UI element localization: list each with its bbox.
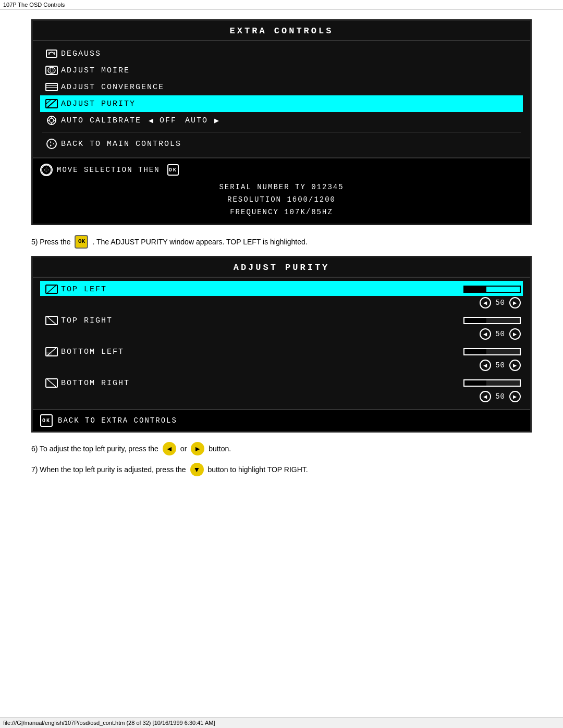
instruction-5: 5) Press the OK . The ADJUST PURITY wind… (31, 235, 532, 249)
arrow-right-btn[interactable]: ▶ (214, 116, 220, 126)
extra-controls-panel: EXTRA CONTROLS DEGAUSS (31, 19, 532, 225)
top-right-right-arrow[interactable]: ▶ (509, 328, 521, 340)
nav-icon (40, 164, 53, 176)
top-right-label: TOP RIGHT (61, 316, 459, 325)
bottom-left-icon (42, 346, 61, 357)
adjust-convergence-label: ADJUST CONVERGENCE (61, 83, 521, 92)
page-title: 107P The OSD Controls (3, 2, 65, 8)
top-right-bar-fill (464, 318, 486, 323)
purity-body: TOP LEFT ◀ 50 ▶ (33, 278, 530, 409)
list-item: BOTTOM LEFT ◀ 50 ▶ (40, 343, 523, 374)
svg-line-35 (47, 379, 56, 387)
bottom-right-left-arrow[interactable]: ◀ (480, 391, 491, 402)
purity-footer: OK BACK TO EXTRA CONTROLS (33, 409, 530, 431)
right-arrow-button: ► (191, 442, 204, 455)
list-item: TOP RIGHT ◀ 50 ▶ (40, 312, 523, 342)
list-item: DEGAUSS (40, 45, 523, 62)
page-title-bar: 107P The OSD Controls (0, 0, 563, 10)
list-item: ADJUST PURITY (40, 95, 523, 112)
top-left-row: TOP LEFT (40, 281, 523, 296)
extra-controls-title: EXTRA CONTROLS (33, 21, 530, 41)
calibrate-auto-label: AUTO (185, 116, 208, 125)
top-left-controls: ◀ 50 ▶ (40, 296, 523, 311)
status-bar: file:///G|/manual/english/107P/osd/osd_c… (0, 717, 563, 728)
top-right-bar (463, 317, 521, 324)
svg-point-5 (50, 68, 53, 73)
top-right-controls: ◀ 50 ▶ (40, 327, 523, 342)
adjust-purity-icon (42, 98, 61, 109)
svg-rect-6 (46, 83, 57, 91)
bottom-right-row: BOTTOM RIGHT (40, 375, 523, 390)
move-selection-label: MOVE SELECTION THEN (57, 166, 160, 174)
svg-point-4 (48, 67, 55, 73)
top-left-bar (463, 286, 521, 293)
bottom-right-bar (463, 379, 521, 387)
adjust-moire-icon (42, 65, 61, 76)
bottom-left-right-arrow[interactable]: ▶ (509, 360, 521, 371)
back-to-main-row: BACK TO MAIN CONTROLS (40, 135, 523, 152)
purity-back-label: BACK TO EXTRA CONTROLS (58, 416, 177, 425)
svg-point-13 (50, 118, 54, 122)
top-left-value: 50 (495, 299, 505, 307)
svg-rect-33 (46, 352, 52, 356)
instruction-6-after: button. (209, 443, 231, 454)
bottom-left-row: BOTTOM LEFT (40, 343, 523, 359)
adjust-purity-label: ADJUST PURITY (61, 100, 521, 108)
svg-line-10 (47, 100, 56, 107)
left-arrow-button: ◄ (163, 442, 176, 455)
serial-info-block: SERIAL NUMBER TY 012345 RESOLUTION 1600/… (40, 181, 523, 218)
serial-number: SERIAL NUMBER TY 012345 (40, 181, 523, 194)
svg-point-26 (44, 168, 48, 171)
move-selection-row: MOVE SELECTION THEN OK (40, 164, 523, 176)
top-left-right-arrow[interactable]: ▶ (509, 297, 521, 309)
bottom-right-controls: ◀ 50 ▶ (40, 390, 523, 405)
bottom-left-left-arrow[interactable]: ◀ (480, 360, 491, 371)
osd-footer: MOVE SELECTION THEN OK SERIAL NUMBER TY … (33, 157, 530, 224)
ok-icon: OK (167, 164, 179, 176)
instruction-6-before: 6) To adjust the top left purity, press … (31, 443, 158, 454)
instruction-5-before: 5) Press the (31, 236, 70, 248)
bottom-left-bar (463, 348, 521, 355)
top-left-label: TOP LEFT (61, 285, 459, 294)
adjust-convergence-icon (42, 81, 61, 93)
svg-rect-0 (46, 50, 57, 57)
instruction-7-after: button to highlight TOP RIGHT. (208, 464, 308, 475)
degauss-icon (42, 48, 61, 59)
bottom-right-right-arrow[interactable]: ▶ (509, 391, 521, 402)
svg-line-11 (46, 100, 51, 104)
list-item: ADJUST CONVERGENCE (40, 79, 523, 95)
list-item: ADJUST MOIRE (40, 62, 523, 79)
list-item: AUTO CALIBRATE ◀ OFF AUTO ▶ (40, 112, 523, 129)
top-right-left-arrow[interactable]: ◀ (480, 328, 491, 340)
bottom-right-icon (42, 377, 61, 389)
degauss-label: DEGAUSS (61, 50, 521, 58)
top-right-value: 50 (495, 330, 505, 338)
adjust-purity-panel: ADJUST PURITY TOP LEFT (31, 256, 532, 433)
bottom-right-value: 50 (495, 392, 505, 401)
instruction-7: 7) When the top left purity is adjusted,… (31, 463, 532, 476)
auto-calibrate-label: AUTO CALIBRATE ◀ OFF AUTO ▶ (61, 116, 521, 126)
arrow-left-btn[interactable]: ◀ (149, 116, 154, 126)
top-left-icon (42, 283, 61, 295)
back-icon (42, 138, 61, 150)
bottom-left-value: 50 (495, 361, 505, 369)
purity-ok-icon: OK (40, 414, 53, 427)
purity-title: ADJUST PURITY (33, 257, 530, 278)
instruction-5-after: . The ADJUST PURITY window appears. TOP … (92, 236, 307, 248)
adjust-moire-label: ADJUST MOIRE (61, 66, 521, 75)
bottom-left-label: BOTTOM LEFT (61, 348, 459, 356)
back-to-main-label: BACK TO MAIN CONTROLS (61, 140, 521, 149)
instruction-7-before: 7) When the top left purity is adjusted,… (31, 464, 186, 475)
frequency: FREQUENCY 107K/85HZ (40, 206, 523, 219)
top-left-left-arrow[interactable]: ◀ (480, 297, 491, 309)
top-right-row: TOP RIGHT (40, 312, 523, 327)
auto-calibrate-icon (42, 115, 61, 126)
instruction-6-or: or (180, 443, 187, 454)
resolution: RESOLUTION 1600/1200 (40, 194, 523, 206)
list-item: BOTTOM RIGHT ◀ 50 ▶ (40, 375, 523, 405)
svg-line-30 (47, 317, 56, 324)
bottom-left-bar-fill (464, 349, 486, 354)
divider (42, 132, 521, 132)
down-arrow-button: ▼ (190, 463, 204, 476)
calibrate-value: OFF (160, 116, 177, 125)
